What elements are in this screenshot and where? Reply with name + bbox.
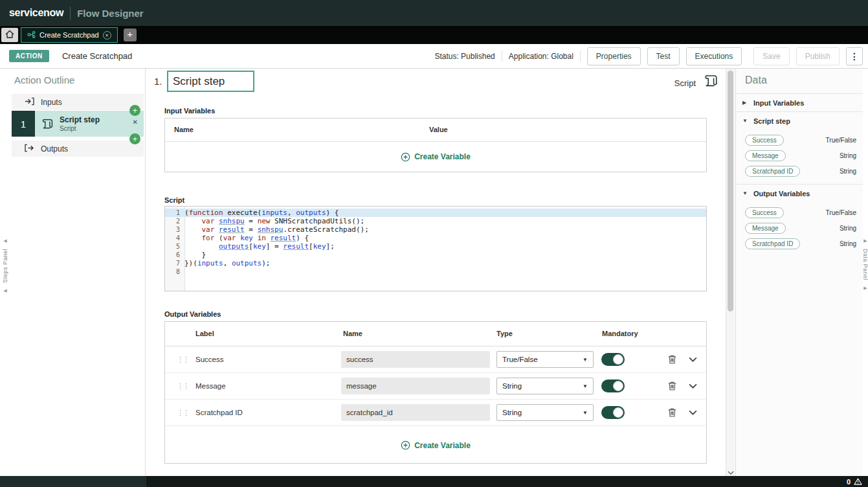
output-variable-row: ⋮⋮ Success True/False ▼ [165,346,706,373]
chevron-down-icon: ▼ [583,383,588,389]
mandatory-toggle[interactable] [601,379,625,392]
create-output-variable-link[interactable]: Create Variable [165,427,706,463]
step-index: 1. [154,76,162,87]
script-editor[interactable]: 1(function execute(inputs, outputs) {2 v… [164,206,707,291]
toggle-knob [613,407,623,418]
inputs-label: Inputs [41,98,62,107]
steps-panel-label: Steps Panel [2,249,8,283]
home-tab-button[interactable] [1,28,18,42]
data-pill-row: Scratchpad ID String [736,163,863,179]
variable-label: Message [195,382,226,390]
variable-label: Scratchpad ID [195,409,243,416]
outline-item-inputs[interactable]: Inputs [12,94,144,110]
scroll-down-icon[interactable] [727,471,735,475]
action-type-badge: ACTION [9,50,49,62]
input-variables-box: Name Value Create Variable [164,118,707,172]
warning-count: 0 [847,478,851,486]
data-pill-row: Message String [736,148,863,163]
triangle-collapsed-icon: ▶ [742,100,748,106]
variable-type-select[interactable]: True/False ▼ [496,351,594,368]
variable-name-input[interactable] [341,404,490,421]
create-variable-label: Create Variable [414,441,471,450]
section-label: Input Variables [753,99,804,107]
toggle-knob [613,354,623,365]
column-label: Label [195,330,214,337]
application-text: Application: Global [509,52,573,61]
action-toolbar: ACTION Create Scratchpad Status: Publish… [0,44,868,69]
type-value: String [502,409,522,416]
data-section-input-variables[interactable]: ▶ Input Variables [736,93,863,111]
tab-create-scratchpad[interactable]: Create Scratchpad ✕ [21,27,118,43]
collapse-right-icon[interactable]: ▶ [863,286,867,291]
data-pill[interactable]: Scratchpad ID [745,238,800,249]
collapse-left-icon[interactable]: ◀ [3,288,6,293]
data-pill[interactable]: Scratchpad ID [745,166,800,177]
divider [502,51,502,62]
warning-icon[interactable] [854,478,862,485]
collapse-right-icon[interactable]: ▶ [863,238,867,244]
type-value: True/False [502,356,538,363]
drag-handle-icon[interactable]: ⋮⋮ [177,356,188,364]
section-label: Output Variables [753,190,810,198]
expand-row-icon[interactable] [689,383,697,389]
data-pill[interactable]: Success [745,207,784,218]
variable-name-input[interactable] [341,351,490,368]
data-section-output-variables[interactable]: ▼ Output Variables [736,184,863,202]
logo-divider [70,6,71,19]
pill-type: True/False [826,137,856,144]
toggle-knob [613,381,623,391]
mandatory-toggle[interactable] [601,406,625,419]
mandatory-toggle[interactable] [601,353,625,366]
drag-handle-icon[interactable]: ⋮⋮ [177,409,188,417]
remove-step-icon[interactable]: ✕ [133,119,138,126]
new-tab-button[interactable]: + [124,28,137,41]
variable-type-select[interactable]: String ▼ [496,378,594,394]
properties-button[interactable]: Properties [587,47,641,65]
outline-item-script-step[interactable]: 1 Script step Script ✕ [12,111,144,137]
delete-variable-icon[interactable] [668,408,676,418]
flow-designer-app: servicenow Flow Designer Create Scratchp… [0,0,868,487]
data-pill[interactable]: Message [745,223,786,234]
data-panel: Data ▶ Input Variables ▼ Script step Suc… [735,69,863,476]
variable-type-select[interactable]: String ▼ [496,404,594,421]
add-step-button[interactable]: + [129,105,140,116]
expand-row-icon[interactable] [689,357,697,362]
test-button[interactable]: Test [647,47,680,65]
save-button[interactable]: Save [753,47,789,65]
data-pill[interactable]: Success [745,135,784,146]
publish-button[interactable]: Publish [796,47,840,65]
delete-variable-icon[interactable] [668,355,676,365]
add-step-button[interactable]: + [129,133,140,144]
tab-close-icon[interactable]: ✕ [103,31,111,40]
outputs-label: Outputs [41,144,68,153]
data-section-script-step[interactable]: ▼ Script step [736,111,863,130]
script-title: Script [164,196,184,204]
script-scroll-icon [702,74,719,91]
status-text: Status: Published [434,52,495,61]
delete-variable-icon[interactable] [668,381,676,391]
main-scrollbar[interactable] [726,69,735,476]
scrollbar-thumb[interactable] [728,71,733,311]
status-bar-left-segment [0,476,146,487]
step-subtitle: Script [60,125,100,132]
variable-name-input[interactable] [341,378,490,394]
tab-label: Create Scratchpad [39,31,99,39]
executions-button[interactable]: Executions [686,47,742,65]
output-variables-box: Label Name Type Mandatory ⋮⋮ Success Tru… [164,321,707,464]
outputs-icon [25,144,34,154]
outline-item-outputs[interactable]: Outputs [12,141,144,157]
type-value: String [502,382,522,390]
data-pill[interactable]: Message [745,150,786,161]
column-name: Name [343,330,362,337]
data-pill-row: Success True/False [736,132,863,148]
collapse-left-icon[interactable]: ◀ [3,238,6,244]
drag-handle-icon[interactable]: ⋮⋮ [177,382,188,391]
more-options-icon[interactable]: ⋮ [846,47,863,65]
outline-title: Action Outline [14,74,74,85]
data-pill-row: Success True/False [736,205,863,220]
step-editor-canvas: 1. Script Input Variables Name Value Cre… [146,69,726,476]
data-panel-title: Data [736,69,863,93]
step-name-input[interactable] [167,71,254,92]
create-input-variable-link[interactable]: Create Variable [165,142,706,172]
expand-row-icon[interactable] [689,410,697,415]
